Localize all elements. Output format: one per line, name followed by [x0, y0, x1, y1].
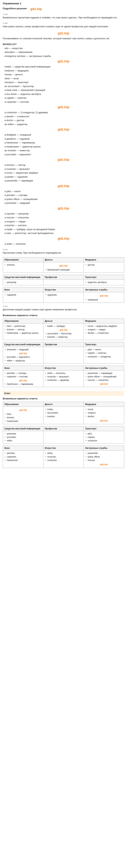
- watermark-16: gdz.top: [19, 409, 27, 411]
- list-item: an accountant — бухгалтер: [3, 84, 124, 88]
- list-item: a tutor — репетитор, частный преподавате…: [3, 231, 124, 235]
- exercise-title: Упражнение 1: [3, 2, 124, 5]
- list-item: репортёр: [4, 281, 42, 284]
- list-item: headmaster — директор школы: [4, 331, 42, 335]
- list-item: nurse,: [85, 408, 123, 411]
- table-header: Экстренные службы: [84, 446, 124, 451]
- watermark-7: gdz.top: [58, 184, 69, 188]
- list-item: police officer — полицейский;: [85, 375, 123, 378]
- step2-num: 2 шаг: [3, 22, 124, 24]
- table-row: pilot — пилот; captain — капитан; conduc…: [84, 347, 124, 364]
- list-item: accountant — бухгалтер;: [45, 332, 82, 335]
- list-item: a bank clerk — банковский служащий: [3, 88, 124, 92]
- list-item: a presenter — ведущий: [3, 201, 124, 205]
- table-header: Искусство: [43, 287, 84, 292]
- step1-text: Внимательно прочитаем задание и поймём, …: [3, 16, 124, 20]
- table-section-2: Средства массовой информации Профессии Т…: [3, 275, 124, 285]
- list-item: captain — капитан;: [85, 351, 123, 355]
- watermark-6: gdz.top: [58, 158, 69, 162]
- table-header: Деньги: [43, 402, 84, 407]
- list-item: an investor — инвестор: [3, 149, 124, 153]
- intro-text: Познакомимся со списком полезной лексики…: [3, 37, 124, 40]
- list-item: other — иное: [3, 76, 124, 81]
- table-row: tutor — репетитор; lecturer — лектор; he…: [3, 323, 43, 340]
- table-header: Образование: [3, 402, 43, 407]
- table-row: [43, 280, 84, 285]
- list-item: водитель автобуса: [85, 281, 123, 284]
- list-item: dentist: [85, 415, 123, 418]
- list-item: presenter,: [4, 432, 42, 436]
- step2-text: Нам нужно изучить схему профессий и назв…: [3, 25, 124, 28]
- list-item: lecturer — лектор;: [4, 328, 42, 331]
- table-header: Искусство: [43, 366, 84, 370]
- list-item: a doctor — доктор: [3, 118, 124, 122]
- list-item: journalist — журналист;: [4, 355, 42, 359]
- list-item: a bus driver — водитель автобуса: [3, 92, 124, 96]
- list-item: paramedic,: [85, 452, 123, 455]
- table-row: trader — трейдер; gdz.top accountant — б…: [43, 323, 84, 340]
- list-item: a journalist — журналист: [3, 153, 124, 156]
- table-row: plumber — слесарь; carpenter — плотник; …: [3, 370, 43, 387]
- list-item: investor — инвестор: [45, 335, 82, 339]
- table-row: pilot, captain, conductor: [84, 431, 124, 444]
- list-item: writer,: [45, 452, 82, 455]
- list-item: transport — транспорт: [3, 80, 124, 84]
- watermark-4: gdz.top: [58, 105, 69, 109]
- list-item: hairdresser — парикмахер: [4, 382, 42, 386]
- step1-num: 1 шаг: [3, 13, 124, 15]
- list-item: пожарный: [85, 298, 123, 302]
- divider: [3, 389, 124, 389]
- list-item: surgeon — хирург;: [85, 328, 123, 331]
- watermark-3: gdz.top: [58, 59, 69, 63]
- list-item: conductor: [45, 459, 82, 462]
- list-item: a surgeon — хирург: [3, 220, 124, 224]
- table-header: Средства массовой информации: [3, 426, 43, 431]
- table-row: paramedic — парамедик; police officer — …: [84, 370, 124, 387]
- list-item: accountant,: [45, 411, 82, 415]
- table-section-3: Иное Искусство Экстренные службы садовни…: [3, 287, 124, 303]
- watermark-18: gdz.top: [100, 463, 108, 466]
- list-item: plumber,: [4, 452, 42, 455]
- list-item: a reporter — репортёр: [3, 212, 124, 216]
- list-item: carpenter — плотник;: [4, 375, 42, 378]
- list-item: rescuer: [85, 459, 123, 462]
- list-item: surgeon,: [85, 411, 123, 415]
- variants-table-3: Иное Искусство Экстренные службы plumber…: [3, 366, 124, 388]
- answer-table-2: Средства массовой информации Профессии Т…: [3, 426, 124, 444]
- table-row: gdz.top пожарный: [84, 292, 124, 303]
- list-item: trader — трейдер;: [45, 324, 82, 328]
- list-item: a teacher — учитель: [3, 223, 124, 227]
- watermark-11: gdz.top: [100, 294, 108, 297]
- list-item: editor — редактор: [4, 359, 42, 363]
- list-item: rescuer — спасатель: [85, 378, 123, 382]
- answer-table-3: Иное Искусство Экстренные службы plumber…: [3, 445, 124, 468]
- list-item: lecturer,: [4, 416, 42, 420]
- table-header: Транспорт: [84, 342, 124, 347]
- list-item: media — средства массовой информации: [3, 65, 124, 69]
- list-item: a plumber — слесарь: [3, 193, 124, 197]
- list-item: editor: [4, 439, 42, 442]
- variants-table-1: Образование Деньги Медицина tutor — репе…: [3, 318, 124, 340]
- list-item: presenter — ведущий;: [4, 348, 42, 351]
- list-item: journalist,: [4, 436, 42, 439]
- table-header: Экстренные службы: [84, 366, 124, 370]
- table-header: Иное: [3, 287, 43, 292]
- list-item: arts — искусство: [3, 46, 124, 50]
- step3-num: 3 шаг: [3, 248, 124, 250]
- list-item: pilot,: [85, 432, 123, 436]
- table-row: доктор: [84, 262, 124, 273]
- watermark-12: gdz.top: [60, 329, 68, 331]
- table-row: водитель автобуса: [84, 280, 124, 285]
- table-row: художник: [43, 292, 84, 303]
- table-header: Медицина: [84, 319, 124, 323]
- list-item: садовник: [4, 293, 42, 297]
- watermark-1: gdz.top: [30, 7, 42, 11]
- wordlist-header: WORDLIST: [3, 43, 124, 45]
- list-item: trader,: [45, 408, 82, 411]
- step4-num: 4 шаг: [3, 305, 124, 307]
- table-row: nurse, surgeon, dentist gdz.top: [84, 407, 124, 424]
- list-item: a painter — художник: [3, 175, 124, 179]
- list-item: a police officer — полицейский: [3, 197, 124, 201]
- table-header: Образование: [3, 257, 43, 262]
- list-item: tutor — репетитор;: [4, 324, 42, 328]
